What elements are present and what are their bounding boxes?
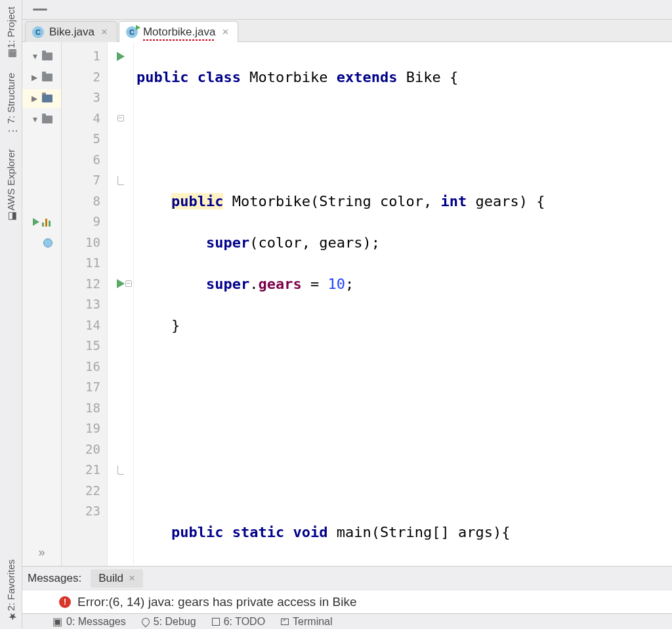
super-name: Bike — [406, 69, 441, 85]
field-gears: gears — [258, 276, 301, 292]
class-run-icon: C — [126, 26, 138, 38]
error-row[interactable]: ! Error:(6, 14) java: gears has private … — [22, 590, 672, 613]
kw-public: public — [171, 193, 223, 209]
kw-int: int — [441, 193, 467, 209]
star-icon: ★ — [7, 613, 16, 622]
bb-debug[interactable]: 5: Debug — [142, 616, 196, 628]
fold-open-icon[interactable] — [117, 115, 124, 121]
fold-close-icon[interactable] — [117, 466, 124, 475]
error-icon: ! — [59, 596, 71, 608]
check-icon — [212, 618, 220, 626]
kw-class: class — [198, 69, 241, 85]
class-icon — [43, 238, 52, 248]
tab-motorbike[interactable]: C Motorbike.java × — [119, 21, 239, 42]
run-gutter-icon[interactable] — [117, 279, 125, 288]
error-text: Error:(6, 14) java: gears has private ac… — [77, 595, 357, 609]
close-icon[interactable]: × — [222, 26, 228, 39]
folder-src-icon — [42, 95, 52, 102]
fold-close-icon[interactable] — [117, 176, 124, 185]
bb-terminal[interactable]: Terminal — [281, 616, 332, 628]
messages-tab-build[interactable]: Build × — [91, 569, 143, 588]
ide-root: ▦ 1: Project ⋮ 7: Structure ◧ AWS Explor… — [0, 0, 672, 629]
play-icon[interactable] — [33, 218, 39, 226]
bars-icon — [42, 217, 51, 227]
rail-fav-label: 2: Favorites — [5, 559, 16, 611]
kw-super: super — [206, 234, 249, 251]
tab-bike[interactable]: C Bike.java × — [25, 21, 117, 42]
folder-icon — [42, 116, 52, 123]
kw-extends: extends — [337, 69, 398, 85]
rail-aws-label: AWS Explorer — [5, 149, 16, 211]
tab-motorbike-label: Motorbike.java — [143, 26, 216, 39]
main-column: C Bike.java × C Motorbike.java × ▼ ▶ ▶ ▼… — [22, 0, 672, 629]
tab-bike-label: Bike.java — [49, 26, 94, 39]
editor-tabs: C Bike.java × C Motorbike.java × — [22, 20, 672, 42]
expand-icon[interactable]: » — [38, 546, 45, 566]
messages-title: Messages: — [28, 572, 81, 585]
left-tool-rail: ▦ 1: Project ⋮ 7: Structure ◧ AWS Explor… — [0, 0, 22, 629]
bug-icon — [142, 618, 150, 626]
class-name: Motorbike — [249, 69, 327, 85]
toolbar — [22, 0, 672, 20]
fold-open-icon[interactable] — [125, 280, 132, 287]
workspace: ▼ ▶ ▶ ▼ » 123456789101112131415161718192… — [22, 42, 672, 566]
close-icon[interactable]: × — [101, 26, 108, 39]
messages-bar: Messages: Build × — [22, 566, 672, 590]
line-number-gutter[interactable]: 1234567891011121314151617181920212223 — [62, 42, 108, 566]
folder-icon — [42, 74, 52, 81]
bb-messages[interactable]: ▣0: Messages — [52, 615, 126, 628]
project-icon: ▦ — [7, 51, 16, 60]
rail-favorites[interactable]: ★ 2: Favorites — [4, 555, 18, 626]
kw-public: public — [136, 69, 188, 85]
rail-aws[interactable]: ◧ AWS Explorer — [4, 145, 18, 227]
terminal-icon — [281, 618, 289, 625]
gutter-icons[interactable] — [108, 42, 134, 566]
minimize-icon[interactable] — [33, 9, 47, 11]
rail-project-label: 1: Project — [5, 7, 16, 48]
structure-icon: ⋮ — [7, 127, 16, 136]
folder-icon — [42, 53, 52, 60]
close-icon[interactable]: × — [129, 572, 135, 585]
number-literal: 10 — [327, 276, 345, 292]
rail-structure[interactable]: ⋮ 7: Structure — [4, 69, 18, 140]
run-gutter-icon[interactable] — [117, 52, 125, 61]
class-icon: C — [32, 26, 44, 38]
kw-main-sig: public static void — [171, 524, 327, 540]
rail-structure-label: 7: Structure — [5, 73, 16, 124]
bb-todo[interactable]: 6: TODO — [212, 616, 265, 628]
kw-super: super — [206, 276, 249, 292]
cube-icon: ◧ — [7, 213, 16, 223]
code-editor[interactable]: public class Motorbike extends Bike { pu… — [134, 42, 672, 566]
status-bar: ▣0: Messages 5: Debug 6: TODO Terminal — [22, 613, 672, 629]
project-tree-strip[interactable]: ▼ ▶ ▶ ▼ » — [22, 42, 62, 566]
rail-project[interactable]: ▦ 1: Project — [4, 3, 18, 64]
